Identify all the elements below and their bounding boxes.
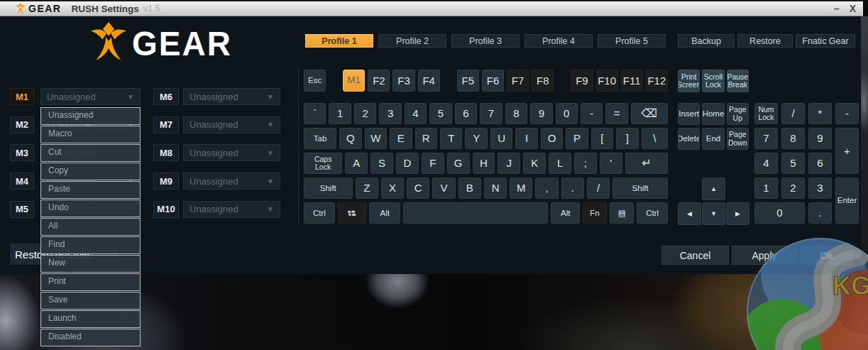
key-7[interactable]: 7 — [480, 103, 502, 124]
macro-dropdown-m7[interactable]: Unassigned▼ — [183, 116, 280, 133]
fnatic-gear-button[interactable]: Fnatic Gear — [796, 34, 855, 48]
key-l[interactable]: L — [549, 153, 571, 174]
key-space[interactable] — [403, 202, 548, 224]
key-key[interactable]: \ — [642, 128, 668, 149]
key-key[interactable]: - — [835, 103, 859, 124]
dropdown-option-copy[interactable]: Copy — [40, 163, 141, 180]
key-key[interactable]: . — [561, 177, 584, 199]
macro-key-m6[interactable]: M6 — [153, 88, 179, 105]
key-3[interactable]: 3 — [379, 103, 401, 124]
key-windows[interactable] — [338, 202, 367, 224]
macro-key-m9[interactable]: M9 — [153, 173, 179, 190]
tab-profile-5[interactable]: Profile 5 — [598, 34, 666, 48]
close-button[interactable]: X — [850, 4, 856, 13]
key-b[interactable]: B — [458, 177, 481, 199]
key-6[interactable]: 6 — [808, 153, 832, 174]
key-f12[interactable]: F12 — [646, 70, 668, 92]
key-f6[interactable]: F6 — [482, 70, 504, 92]
key-8[interactable]: 8 — [505, 103, 527, 124]
macro-dropdown-m9[interactable]: Unassigned▼ — [183, 173, 280, 190]
key-0[interactable]: 0 — [556, 103, 578, 124]
key-esc[interactable]: Esc — [304, 70, 326, 92]
key-4[interactable]: 4 — [754, 153, 778, 174]
key-f2[interactable]: F2 — [368, 70, 390, 92]
key-f3[interactable]: F3 — [392, 70, 414, 92]
dropdown-option-unassigned[interactable]: Unassigned — [40, 107, 141, 125]
key-t[interactable]: T — [440, 128, 462, 149]
key-2[interactable]: 2 — [354, 103, 376, 124]
key-key[interactable]: , — [535, 177, 558, 199]
key-f7[interactable]: F7 — [507, 70, 529, 92]
key-key[interactable]: [ — [591, 128, 613, 149]
dropdown-option-all[interactable]: All — [40, 218, 141, 236]
key-o[interactable]: O — [541, 128, 563, 149]
key-print-screen[interactable]: Print Screen — [678, 70, 700, 92]
key-p[interactable]: P — [566, 128, 588, 149]
key-j[interactable]: J — [498, 153, 520, 174]
key-4[interactable]: 4 — [405, 103, 427, 124]
dropdown-option-launch[interactable]: Launch — [40, 310, 141, 328]
key-end[interactable]: End — [702, 128, 724, 150]
tab-profile-4[interactable]: Profile 4 — [524, 34, 593, 48]
key-scroll-lock[interactable]: Scroll Lock — [702, 70, 724, 92]
macro-key-m1[interactable]: M1 — [10, 88, 34, 105]
key-e[interactable]: E — [390, 128, 412, 149]
key-f5[interactable]: F5 — [457, 70, 479, 92]
key-insert[interactable]: Insert — [678, 103, 700, 125]
key-key[interactable]: ] — [616, 128, 638, 149]
key-key[interactable]: ; — [574, 153, 597, 174]
key-enter[interactable]: ↵ — [625, 153, 668, 174]
macro-key-m5[interactable]: M5 — [10, 201, 34, 218]
macro-dropdown-m8[interactable]: Unassigned▼ — [183, 144, 280, 161]
key-m1[interactable]: M1 — [343, 70, 365, 92]
key-enter[interactable]: Enter — [835, 177, 859, 224]
cancel-button[interactable]: Cancel — [661, 246, 729, 265]
key-page-up[interactable]: Page Up — [727, 103, 749, 125]
key-key[interactable]: . — [808, 202, 832, 224]
key-caps-lock[interactable]: Caps Lock — [304, 153, 342, 174]
restore-button[interactable]: Restore — [737, 34, 793, 48]
key-k[interactable]: K — [523, 153, 546, 174]
key-n[interactable]: N — [484, 177, 507, 199]
dropdown-option-find[interactable]: Find — [40, 236, 141, 254]
key-c[interactable]: C — [407, 177, 429, 199]
key-8[interactable]: 8 — [781, 128, 805, 149]
macro-key-m2[interactable]: M2 — [10, 116, 34, 133]
key-m[interactable]: M — [510, 177, 532, 199]
key-6[interactable]: 6 — [455, 103, 477, 124]
key-key[interactable]: * — [808, 103, 832, 124]
key-a[interactable]: A — [345, 153, 368, 174]
key-9[interactable]: 9 — [530, 103, 552, 124]
key-r[interactable]: R — [415, 128, 437, 149]
key-0[interactable]: 0 — [754, 202, 805, 224]
key-arrow-up[interactable]: ▲ — [702, 177, 725, 200]
key-key[interactable]: + — [835, 128, 859, 174]
key-ctrl[interactable]: Ctrl — [304, 202, 335, 224]
key-num-lock[interactable]: Num Lock — [754, 103, 778, 124]
key-shift[interactable]: Shift — [304, 177, 353, 199]
key-f10[interactable]: F10 — [596, 70, 618, 92]
ok-button[interactable]: Ok — [800, 246, 853, 265]
key-tab[interactable]: Tab — [304, 128, 336, 149]
key-i[interactable]: I — [515, 128, 537, 149]
key-ctrl[interactable]: Ctrl — [637, 202, 668, 224]
key-f[interactable]: F — [422, 153, 444, 174]
tab-profile-2[interactable]: Profile 2 — [378, 34, 446, 48]
key-arrow-left[interactable]: ◀ — [678, 202, 701, 225]
key-shift[interactable]: Shift — [612, 177, 668, 199]
dropdown-option-disabled[interactable]: Disabled — [40, 329, 141, 346]
key-1[interactable]: 1 — [329, 103, 351, 124]
key-arrow-down[interactable]: ▼ — [702, 202, 725, 225]
dropdown-option-macro[interactable]: Macro — [40, 126, 141, 143]
key-1[interactable]: 1 — [754, 177, 778, 199]
key-key[interactable]: = — [605, 103, 627, 124]
minimize-button[interactable]: – — [834, 4, 840, 13]
key-w[interactable]: W — [365, 128, 387, 149]
key-delete[interactable]: Delete — [678, 128, 700, 150]
key-g[interactable]: G — [447, 153, 470, 174]
key-f11[interactable]: F11 — [621, 70, 643, 92]
key-home[interactable]: Home — [702, 103, 724, 125]
key-fn[interactable]: Fn — [583, 202, 607, 224]
key-7[interactable]: 7 — [754, 128, 778, 149]
key-d[interactable]: D — [396, 153, 419, 174]
